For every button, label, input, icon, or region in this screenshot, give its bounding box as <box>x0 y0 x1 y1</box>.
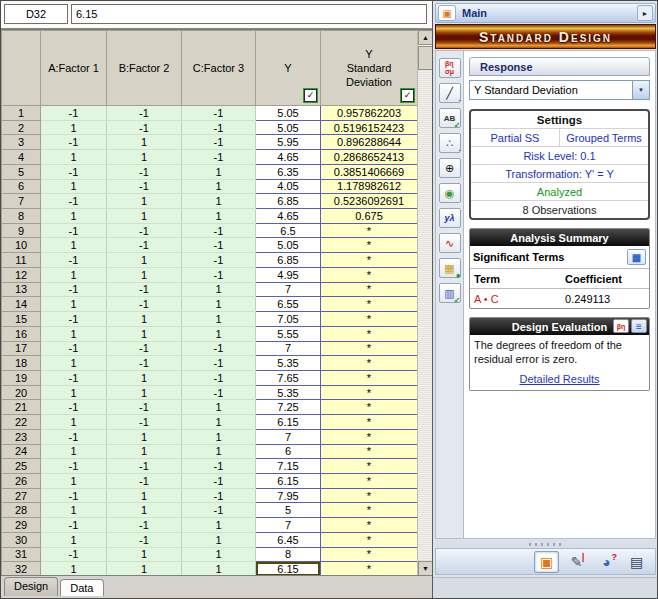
row-number[interactable]: 26 <box>2 473 41 488</box>
cell-factor-b[interactable]: 1 <box>107 488 182 503</box>
cell-factor-a[interactable]: -1 <box>41 164 107 179</box>
grouped-terms-option[interactable]: Grouped Terms <box>560 129 648 146</box>
cell-y[interactable]: 6.15 <box>256 473 321 488</box>
cell-factor-c[interactable]: -1 <box>182 120 256 135</box>
cell-factor-c[interactable]: 1 <box>182 164 256 179</box>
cell-factor-b[interactable]: 1 <box>107 267 182 282</box>
cell-y[interactable]: 7 <box>256 341 321 356</box>
row-number[interactable]: 10 <box>2 238 41 253</box>
cell-factor-a[interactable]: -1 <box>41 400 107 415</box>
cell-factor-c[interactable]: -1 <box>182 473 256 488</box>
cell-reference-box[interactable]: D32 <box>4 4 68 24</box>
cell-factor-b[interactable]: -1 <box>107 238 182 253</box>
cell-factor-c[interactable]: -1 <box>182 503 256 518</box>
risk-level-setting[interactable]: Risk Level: 0.1 <box>471 147 648 165</box>
cell-y[interactable]: 5.05 <box>256 120 321 135</box>
cell-y-stddev[interactable]: * <box>321 282 418 297</box>
cell-factor-c[interactable]: -1 <box>182 356 256 371</box>
row-number[interactable]: 2 <box>2 120 41 135</box>
cell-factor-a[interactable]: 1 <box>41 385 107 400</box>
cell-factor-a[interactable]: -1 <box>41 223 107 238</box>
cell-factor-a[interactable]: 1 <box>41 415 107 430</box>
cell-factor-b[interactable]: -1 <box>107 532 182 547</box>
design-eval-params-icon[interactable]: βη <box>613 319 629 333</box>
cell-factor-a[interactable]: -1 <box>41 370 107 385</box>
cell-y-stddev[interactable]: * <box>321 400 418 415</box>
cell-factor-c[interactable]: 1 <box>182 326 256 341</box>
detailed-results-link[interactable]: Detailed Results <box>470 373 649 385</box>
cell-factor-c[interactable]: 1 <box>182 297 256 312</box>
cell-y-stddev[interactable]: * <box>321 223 418 238</box>
contour-plot-icon[interactable]: ◉ <box>439 183 461 203</box>
cell-y-stddev[interactable]: 0.5196152423 <box>321 120 418 135</box>
cell-factor-c[interactable]: 1 <box>182 209 256 224</box>
row-number[interactable]: 23 <box>2 429 41 444</box>
design-eval-list-icon[interactable]: ≡ <box>631 319 647 333</box>
cell-y[interactable]: 6.55 <box>256 297 321 312</box>
row-number[interactable]: 17 <box>2 341 41 356</box>
cell-y[interactable]: 8 <box>256 547 321 562</box>
formula-input[interactable]: 6.15 <box>71 4 427 24</box>
cell-factor-a[interactable]: 1 <box>41 326 107 341</box>
cell-factor-b[interactable]: -1 <box>107 282 182 297</box>
cell-factor-b[interactable]: 1 <box>107 326 182 341</box>
corner-cell[interactable] <box>2 31 41 106</box>
cell-y[interactable]: 4.65 <box>256 150 321 165</box>
cell-factor-a[interactable]: 1 <box>41 297 107 312</box>
cell-factor-b[interactable]: 1 <box>107 150 182 165</box>
cell-factor-a[interactable]: 1 <box>41 209 107 224</box>
cell-factor-b[interactable]: 1 <box>107 429 182 444</box>
cell-factor-c[interactable]: -1 <box>182 341 256 356</box>
significant-terms-grid-icon[interactable]: ▦ <box>627 249 646 265</box>
row-number[interactable]: 16 <box>2 326 41 341</box>
y-stddev-analyzed-checkbox[interactable]: ✓ <box>401 89 414 102</box>
cell-factor-a[interactable]: 1 <box>41 238 107 253</box>
box-cox-icon[interactable]: yλ <box>439 208 461 228</box>
cell-y-stddev[interactable]: * <box>321 238 418 253</box>
cell-factor-b[interactable]: -1 <box>107 179 182 194</box>
cell-y-stddev[interactable]: * <box>321 429 418 444</box>
cell-factor-a[interactable]: -1 <box>41 341 107 356</box>
row-number[interactable]: 30 <box>2 532 41 547</box>
dropdown-arrow-icon[interactable]: ▼ <box>632 81 649 99</box>
scatter-plot-icon[interactable]: ∴∙ <box>439 133 461 153</box>
cell-y-stddev[interactable]: * <box>321 415 418 430</box>
cell-y-stddev[interactable]: * <box>321 459 418 474</box>
cell-y-stddev[interactable]: 0.896288644 <box>321 135 418 150</box>
cell-y-stddev[interactable]: * <box>321 488 418 503</box>
row-number[interactable]: 28 <box>2 503 41 518</box>
row-number[interactable]: 21 <box>2 400 41 415</box>
cell-y[interactable]: 6.85 <box>256 253 321 268</box>
cell-factor-c[interactable]: 1 <box>182 400 256 415</box>
cell-factor-b[interactable]: 1 <box>107 547 182 562</box>
cell-factor-a[interactable]: 1 <box>41 150 107 165</box>
row-number[interactable]: 1 <box>2 106 41 121</box>
row-number[interactable]: 11 <box>2 253 41 268</box>
cell-factor-c[interactable]: 1 <box>182 532 256 547</box>
cell-factor-b[interactable]: -1 <box>107 473 182 488</box>
cell-factor-c[interactable]: -1 <box>182 459 256 474</box>
cell-factor-b[interactable]: -1 <box>107 164 182 179</box>
cell-y[interactable]: 4.05 <box>256 179 321 194</box>
vertical-scrollbar[interactable]: ▲ ▼ <box>417 30 432 576</box>
cell-factor-a[interactable]: -1 <box>41 547 107 562</box>
row-number[interactable]: 9 <box>2 223 41 238</box>
exclude-data-icon[interactable]: ▦● <box>439 258 461 278</box>
row-number[interactable]: 7 <box>2 194 41 209</box>
scroll-down-button[interactable]: ▼ <box>418 561 433 576</box>
sheet-tab-design[interactable]: Design <box>4 577 58 596</box>
cell-factor-b[interactable]: -1 <box>107 518 182 533</box>
cell-factor-a[interactable]: -1 <box>41 135 107 150</box>
cell-y-stddev[interactable]: 0.957862203 <box>321 106 418 121</box>
row-number[interactable]: 3 <box>2 135 41 150</box>
row-number[interactable]: 18 <box>2 356 41 371</box>
cell-y[interactable]: 6.45 <box>256 532 321 547</box>
cell-factor-b[interactable]: 1 <box>107 385 182 400</box>
cell-factor-a[interactable]: -1 <box>41 312 107 327</box>
cell-y[interactable]: 6.85 <box>256 194 321 209</box>
cell-factor-c[interactable]: -1 <box>182 267 256 282</box>
cell-y-stddev[interactable]: 0.3851406669 <box>321 164 418 179</box>
cell-factor-c[interactable]: 1 <box>182 194 256 209</box>
cell-y[interactable]: 5.35 <box>256 356 321 371</box>
row-number[interactable]: 29 <box>2 518 41 533</box>
